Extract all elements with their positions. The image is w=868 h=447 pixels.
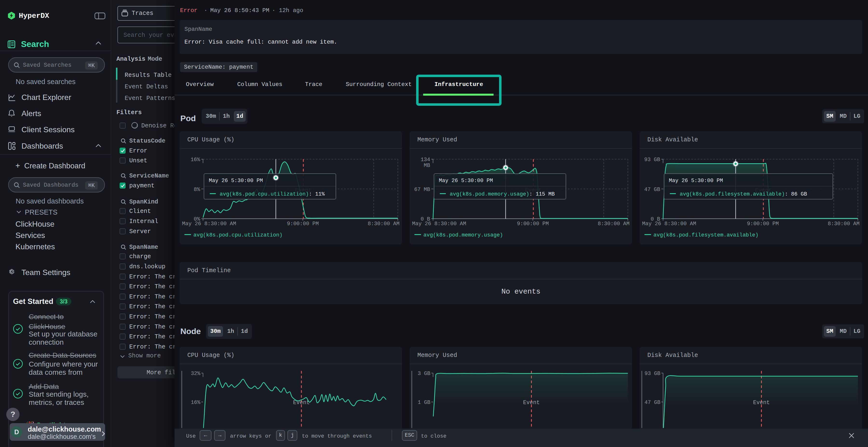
svg-text:May 26 8:30:00 AM: May 26 8:30:00 AM xyxy=(642,221,696,227)
svg-text:avg(k8s.pod.memory.usage): 115: avg(k8s.pod.memory.usage): 115 MB xyxy=(450,191,555,197)
svg-text:9:00:00 PM: 9:00:00 PM xyxy=(747,221,779,227)
svg-text:8:30:00 AM: 8:30:00 AM xyxy=(368,221,400,227)
svg-text:Event: Event xyxy=(293,400,310,406)
svg-text:avg(k8s.pod.filesystem.availab: avg(k8s.pod.filesystem.available): 86 GB xyxy=(680,191,807,197)
svg-text:93 GB: 93 GB xyxy=(645,371,660,377)
svg-text:134: 134 xyxy=(421,157,430,163)
svg-text:May 26 5:30:00 PM: May 26 5:30:00 PM xyxy=(209,178,263,184)
svg-text:May 26 5:30:00 PM: May 26 5:30:00 PM xyxy=(669,178,723,184)
svg-text:3 GB: 3 GB xyxy=(417,371,430,377)
svg-text:32%: 32% xyxy=(191,371,200,377)
svg-text:avg(k8s.pod.memory.usage): avg(k8s.pod.memory.usage) xyxy=(424,232,503,238)
svg-text:8%: 8% xyxy=(194,187,200,193)
svg-text:May 26 8:30:00 AM: May 26 8:30:00 AM xyxy=(412,221,466,227)
svg-text:1 GB: 1 GB xyxy=(417,400,430,406)
svg-text:67 MB: 67 MB xyxy=(414,187,430,193)
svg-text:May 26 5:30:00 PM: May 26 5:30:00 PM xyxy=(439,178,493,184)
svg-text:16%: 16% xyxy=(191,400,200,406)
svg-text:avg(k8s.pod.cpu.utilization): avg(k8s.pod.cpu.utilization) xyxy=(193,232,283,238)
svg-text:9:00:00 PM: 9:00:00 PM xyxy=(287,221,319,227)
svg-text:May 26 8:30:00 AM: May 26 8:30:00 AM xyxy=(182,221,236,227)
svg-text:8:30:00 AM: 8:30:00 AM xyxy=(828,221,860,227)
svg-text:avg(k8s.pod.filesystem.availab: avg(k8s.pod.filesystem.available) xyxy=(653,232,758,238)
svg-text:avg(k8s.pod.cpu.utilization):: avg(k8s.pod.cpu.utilization): 11% xyxy=(220,191,325,197)
svg-text:16%: 16% xyxy=(190,157,200,163)
svg-text:93 GB: 93 GB xyxy=(644,157,660,163)
svg-text:8:30:00 AM: 8:30:00 AM xyxy=(598,221,629,227)
svg-text:9:00:00 PM: 9:00:00 PM xyxy=(517,221,549,227)
svg-text:47 GB: 47 GB xyxy=(645,400,660,406)
svg-text:MB: MB xyxy=(424,163,430,169)
svg-text:47 GB: 47 GB xyxy=(644,187,660,193)
